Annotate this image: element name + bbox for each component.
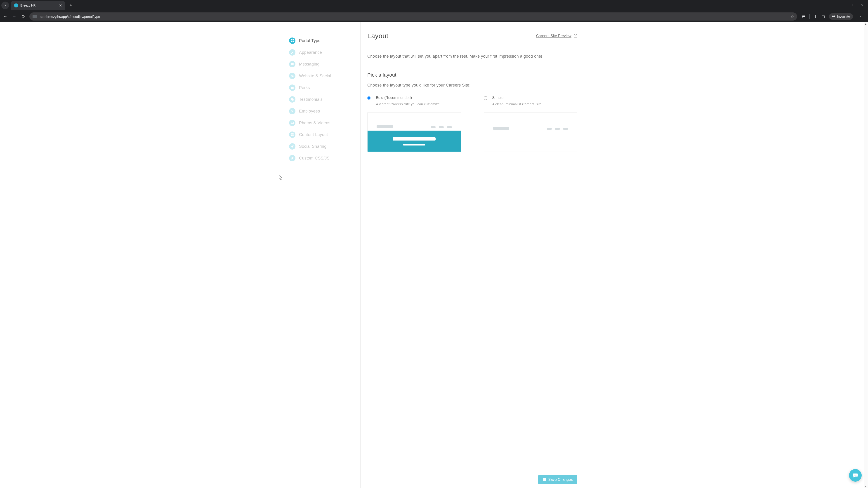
browser-menu-icon[interactable]: ⋮	[857, 14, 864, 19]
sidepanel-icon[interactable]: ◫	[822, 14, 825, 19]
sidebar-item-label: Appearance	[299, 50, 322, 55]
svg-point-5	[293, 75, 293, 76]
plus-icon: +	[70, 3, 72, 8]
careers-site-preview-link[interactable]: Careers Site Preview	[536, 34, 577, 38]
sidebar-item-label: Portal Type	[299, 38, 320, 43]
close-circle-icon	[289, 108, 296, 114]
main-header: Layout Careers Site Preview	[367, 32, 577, 40]
address-bar[interactable]: app.breezy.hr/app/c/moodjoy/portal/type …	[29, 12, 797, 21]
browser-chrome: ▾ Breezy HR ✕ + — ✕ ← → ⟳ app.breezy.hr/…	[0, 0, 868, 22]
window-maximize-icon[interactable]	[852, 4, 855, 6]
scroll-up-arrow-icon[interactable]: ▲	[864, 23, 868, 25]
chevron-down-icon: ▾	[4, 4, 6, 7]
layout-radio-bold[interactable]	[367, 96, 371, 100]
tab-favicon-icon	[14, 3, 18, 7]
sidebar-item-label: Perks	[299, 86, 310, 90]
layout-description: Choose the layout that will set you apar…	[367, 53, 577, 59]
browser-titlebar: ▾ Breezy HR ✕ + — ✕	[0, 0, 868, 11]
sidebar-item-label: Content Layout	[299, 132, 328, 137]
layout-option-bold[interactable]: Bold (Recommended) A vibrant Careers Sit…	[367, 96, 461, 152]
sidebar-item-label: Custom CSS/JS	[299, 156, 330, 161]
sidebar-item-label: Website & Social	[299, 74, 331, 78]
svg-rect-13	[291, 135, 292, 136]
page-title: Layout	[367, 32, 388, 40]
bookmark-star-icon[interactable]: ☆	[791, 14, 794, 19]
layout-option-subtitle: A vibrant Careers Site you can customize…	[376, 102, 441, 106]
sidebar-item-content-layout[interactable]: Content Layout	[288, 129, 356, 140]
page-viewport: ▲ ▼ Portal Type Appearance Messa	[0, 22, 868, 488]
sidebar-item-social-sharing[interactable]: Social Sharing	[288, 140, 356, 152]
nav-forward-icon[interactable]: →	[11, 14, 17, 19]
layout-option-simple[interactable]: Simple A clean, minimalist Careers Site.	[484, 96, 578, 152]
extensions-icon[interactable]: ⬒	[802, 14, 805, 19]
svg-rect-3	[293, 41, 293, 42]
section-title: Pick a layout	[367, 72, 577, 78]
sidebar-item-employees[interactable]: Employees	[288, 105, 356, 117]
save-icon	[543, 478, 546, 481]
external-link-icon	[574, 34, 577, 38]
image-icon	[289, 120, 296, 126]
svg-rect-0	[291, 39, 292, 40]
layout-option-title: Bold (Recommended)	[376, 96, 441, 100]
layout-option-title: Simple	[492, 96, 543, 100]
sidebar-item-label: Employees	[299, 109, 320, 113]
brush-icon	[289, 49, 296, 56]
sidebar-item-custom-css-js[interactable]: Custom CSS/JS	[288, 152, 356, 164]
browser-toolbar: ← → ⟳ app.breezy.hr/app/c/moodjoy/portal…	[0, 11, 868, 22]
share-icon	[289, 73, 296, 79]
section-description: Choose the layout type you'd like for yo…	[367, 83, 577, 88]
site-info-icon[interactable]	[33, 15, 37, 18]
sidebar-item-website-social[interactable]: Website & Social	[288, 70, 356, 82]
message-icon	[289, 61, 296, 67]
svg-rect-9	[292, 87, 292, 89]
scroll-down-arrow-icon[interactable]: ▼	[864, 485, 868, 488]
svg-point-6	[293, 76, 293, 77]
chat-icon	[289, 96, 296, 103]
save-bar: Save Changes	[361, 471, 584, 488]
save-button-label: Save Changes	[548, 478, 573, 482]
url-text: app.breezy.hr/app/c/moodjoy/portal/type	[40, 15, 788, 19]
incognito-label: Incognito	[837, 15, 850, 18]
sidebar-item-perks[interactable]: Perks	[288, 82, 356, 94]
nav-reload-icon[interactable]: ⟳	[20, 14, 26, 19]
sidebar-item-messaging[interactable]: Messaging	[288, 58, 356, 70]
sidebar-item-label: Testimonials	[299, 97, 322, 102]
browser-tab[interactable]: Breezy HR ✕	[11, 1, 65, 10]
sidebar-item-appearance[interactable]: Appearance	[288, 46, 356, 58]
chat-launcher-button[interactable]	[849, 469, 862, 482]
new-tab-button[interactable]: +	[67, 2, 74, 9]
tab-search-dropdown[interactable]: ▾	[1, 2, 9, 9]
svg-rect-1	[293, 39, 293, 40]
window-minimize-icon[interactable]: —	[843, 4, 846, 7]
svg-rect-12	[291, 133, 293, 134]
layout-preview-simple	[484, 112, 578, 152]
window-controls: — ✕	[843, 4, 867, 7]
tab-title: Breezy HR	[20, 4, 57, 7]
main-content: Layout Careers Site Preview Choose the l…	[361, 22, 584, 488]
layout-options: Bold (Recommended) A vibrant Careers Sit…	[367, 96, 577, 152]
nav-back-icon[interactable]: ←	[2, 14, 8, 19]
window-close-icon[interactable]: ✕	[861, 4, 864, 7]
sidebar-item-portal-type[interactable]: Portal Type	[288, 35, 356, 46]
settings-sidebar: Portal Type Appearance Messaging Website…	[284, 22, 361, 488]
downloads-icon[interactable]: ⭳	[814, 14, 817, 19]
incognito-badge[interactable]: 🕶 Incognito	[829, 13, 853, 20]
layout-option-subtitle: A clean, minimalist Careers Site.	[492, 102, 543, 106]
svg-rect-2	[291, 41, 292, 42]
layout-radio-simple[interactable]	[484, 96, 487, 100]
grid-icon	[289, 37, 296, 44]
toolbar-right-icons: ⬒ ⭳ ◫ 🕶 Incognito ⋮	[800, 13, 866, 20]
page-scrollbar[interactable]: ▲ ▼	[864, 22, 868, 488]
incognito-icon: 🕶	[832, 15, 835, 18]
send-icon	[289, 143, 296, 150]
save-changes-button[interactable]: Save Changes	[538, 475, 577, 484]
sidebar-item-photos-videos[interactable]: Photos & Videos	[288, 117, 356, 129]
tab-close-icon[interactable]: ✕	[59, 3, 62, 8]
toolbar-divider	[809, 14, 810, 19]
chat-icon	[852, 473, 858, 478]
preview-link-label: Careers Site Preview	[536, 34, 571, 38]
sidebar-item-testimonials[interactable]: Testimonials	[288, 94, 356, 105]
sidebar-item-label: Photos & Videos	[299, 121, 331, 125]
sidebar-item-label: Social Sharing	[299, 144, 327, 149]
sidebar-item-label: Messaging	[299, 62, 320, 67]
